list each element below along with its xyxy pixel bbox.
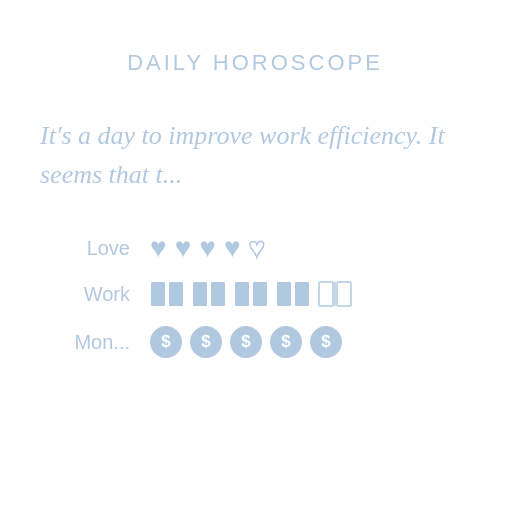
love-heart-5-empty: ♥	[249, 234, 266, 262]
love-icons: ♥ ♥ ♥ ♥ ♥	[150, 234, 265, 262]
horoscope-card: DAILY HOROSCOPE It's a day to improve wo…	[0, 0, 510, 510]
svg-rect-3	[193, 282, 207, 306]
money-icons: $ $ $ $ $	[150, 326, 342, 358]
work-book-3	[234, 280, 268, 308]
love-heart-2: ♥	[175, 234, 192, 262]
svg-rect-6	[235, 282, 249, 306]
svg-rect-12	[319, 282, 333, 306]
svg-rect-5	[208, 282, 211, 306]
ratings-section: Love ♥ ♥ ♥ ♥ ♥ Work	[40, 234, 470, 358]
svg-rect-11	[292, 282, 295, 306]
money-dollar-3: $	[230, 326, 262, 358]
love-heart-1: ♥	[150, 234, 167, 262]
svg-rect-8	[250, 282, 253, 306]
love-label: Love	[40, 237, 130, 260]
love-rating-row: Love ♥ ♥ ♥ ♥ ♥	[40, 234, 470, 262]
svg-rect-9	[277, 282, 291, 306]
svg-rect-10	[295, 282, 309, 306]
money-dollar-1: $	[150, 326, 182, 358]
svg-rect-1	[169, 282, 183, 306]
work-book-4	[276, 280, 310, 308]
work-icons	[150, 280, 352, 308]
work-label: Work	[40, 283, 130, 306]
svg-rect-7	[253, 282, 267, 306]
money-dollar-5: $	[310, 326, 342, 358]
work-rating-row: Work	[40, 280, 470, 308]
money-label: Mon...	[40, 331, 130, 354]
horoscope-text: It's a day to improve work efficiency. I…	[40, 116, 470, 194]
work-book-5-empty	[318, 280, 352, 308]
money-rating-row: Mon... $ $ $ $ $	[40, 326, 470, 358]
work-book-1	[150, 280, 184, 308]
page-title: DAILY HOROSCOPE	[127, 50, 383, 76]
money-dollar-2: $	[190, 326, 222, 358]
work-book-2	[192, 280, 226, 308]
love-heart-4: ♥	[224, 234, 241, 262]
svg-rect-13	[337, 282, 351, 306]
money-dollar-4: $	[270, 326, 302, 358]
svg-rect-0	[151, 282, 165, 306]
love-heart-3: ♥	[199, 234, 216, 262]
svg-rect-4	[211, 282, 225, 306]
svg-rect-2	[166, 282, 169, 306]
